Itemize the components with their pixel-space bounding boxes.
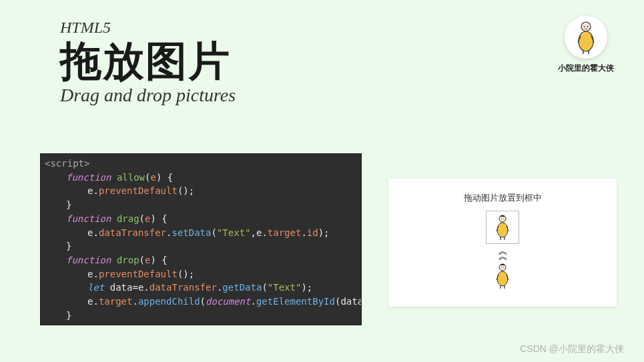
demo-caption: 拖动图片放置到框中 [388, 192, 617, 204]
code-close-tag: </script> [45, 323, 95, 325]
drag-person-icon [494, 263, 511, 289]
svg-point-11 [497, 223, 508, 237]
avatar-person-icon [573, 20, 599, 55]
header-block: HTML5 拖放图片 Drag and drop pictures [60, 19, 236, 106]
svg-point-19 [497, 271, 508, 286]
svg-point-3 [579, 31, 593, 51]
box-person-icon [494, 214, 511, 241]
draggable-figure[interactable] [494, 263, 511, 292]
svg-point-17 [501, 267, 502, 267]
avatar-circle [565, 16, 607, 59]
svg-point-18 [503, 267, 504, 267]
code-panel: <script> function allow(e) { e.preventDe… [40, 153, 362, 325]
watermark: CSDN @小院里的霍大侠 [520, 343, 624, 355]
avatar-caption: 小院里的霍大侠 [558, 63, 614, 74]
page-title: 拖放图片 [60, 41, 236, 82]
svg-point-9 [501, 218, 502, 219]
svg-point-1 [584, 26, 585, 27]
up-arrows-icon: ︽︽ [388, 248, 617, 259]
demo-panel: 拖动图片放置到框中 ︽︽ [388, 179, 617, 307]
code-open-tag: <script> [45, 158, 89, 169]
subtitle-en: Drag and drop pictures [60, 85, 236, 106]
drop-target-box[interactable] [486, 211, 519, 244]
svg-point-2 [587, 26, 589, 27]
svg-point-0 [581, 22, 591, 31]
svg-point-10 [503, 218, 504, 219]
topic-label: HTML5 [60, 19, 236, 37]
avatar-block: 小院里的霍大侠 [558, 16, 614, 74]
